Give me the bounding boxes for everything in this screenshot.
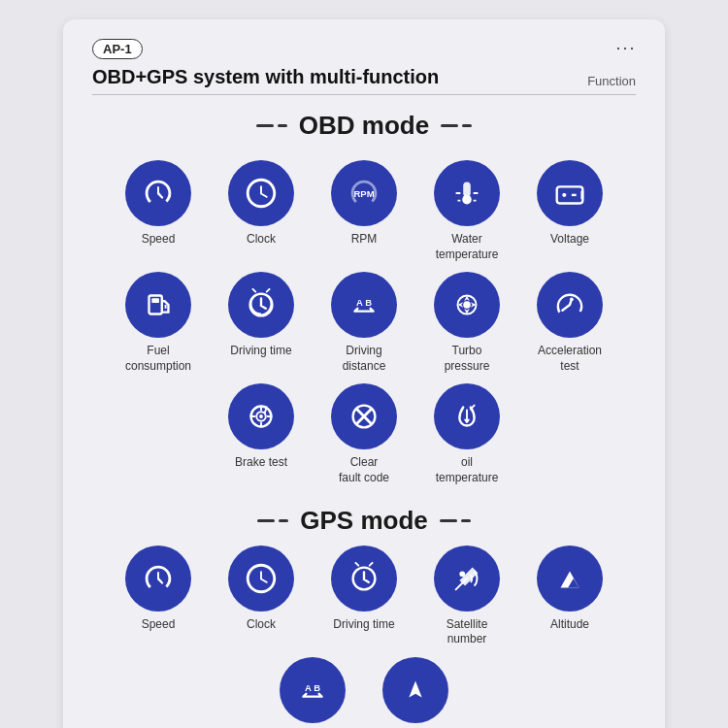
gps-altitude-item: Altitude <box>523 546 616 647</box>
obd-turbo-label: Turbopressure <box>445 344 490 374</box>
obd-clock-item: Clock <box>215 160 308 262</box>
svg-point-13 <box>570 298 574 302</box>
obd-drivedist-item: A B Drivingdistance <box>317 272 411 374</box>
obd-rpm-item: RPM RPM <box>317 160 411 262</box>
divider <box>92 94 636 95</box>
obd-oil-icon <box>434 383 500 449</box>
gps-clock-label: Clock <box>247 617 276 633</box>
obd-clock-icon <box>228 160 294 226</box>
menu-dots[interactable]: ⋮ <box>616 39 636 60</box>
svg-rect-4 <box>580 190 583 200</box>
gps-icon-grid: Speed Clock Driving time <box>92 546 636 728</box>
obd-accel-icon <box>537 272 603 338</box>
title-row: OBD+GPS system with multi-function Funct… <box>92 66 636 88</box>
gps-satellite-label: Satellitenumber <box>447 617 488 647</box>
obd-voltage-icon <box>537 160 603 226</box>
obd-drivedist-icon: A B <box>331 272 397 338</box>
svg-text:A B: A B <box>305 682 320 693</box>
obd-section-title: OBD mode <box>92 111 636 141</box>
obd-drivetime-label: Driving time <box>230 344 291 359</box>
obd-drivetime-icon <box>228 272 294 338</box>
gps-right-lines <box>440 519 471 522</box>
gps-altitude2-item: Altitude <box>369 657 462 728</box>
gps-drivetime-icon <box>331 546 397 612</box>
obd-water-item: Watertemperature <box>420 160 513 262</box>
right-lines <box>441 124 472 127</box>
svg-rect-3 <box>557 186 583 203</box>
gps-speed-icon <box>125 546 191 612</box>
obd-brake-icon <box>228 383 294 449</box>
obd-fuel-label: Fuelconsumption <box>125 344 191 374</box>
gps-clock-icon <box>228 546 294 612</box>
svg-text:A B: A B <box>356 297 372 308</box>
obd-brake-item: Brake test <box>215 383 308 485</box>
obd-turbo-icon <box>434 272 500 338</box>
svg-text:RPM: RPM <box>353 188 374 199</box>
header: AP-1 ⋮ <box>92 39 636 60</box>
obd-speed-item: Speed <box>112 160 205 262</box>
obd-water-label: Watertemperature <box>436 232 499 262</box>
gps-drivetime-label: Driving time <box>333 617 394 633</box>
obd-turbo-item: Turbopressure <box>420 272 513 374</box>
svg-rect-9 <box>151 299 159 304</box>
gps-speed-item: Speed <box>112 546 205 647</box>
obd-oil-item: oiltemperature <box>420 383 513 485</box>
gps-satellite-icon <box>434 546 500 612</box>
obd-voltage-label: Voltage <box>550 232 589 248</box>
svg-point-20 <box>459 571 465 577</box>
obd-water-icon <box>434 160 500 226</box>
obd-oil-label: oiltemperature <box>436 455 499 485</box>
obd-fuel-item: Fuelconsumption <box>112 272 205 374</box>
gps-satellite-item: Satellitenumber <box>420 546 513 647</box>
obd-accel-item: Accelerationtest <box>523 272 616 374</box>
gps-left-lines <box>257 519 288 522</box>
badge-ap1: AP-1 <box>92 39 143 59</box>
obd-drivedist-label: Drivingdistance <box>343 344 386 374</box>
left-lines <box>256 124 287 127</box>
gps-drivetime-item: Driving time <box>317 546 411 647</box>
obd-drivetime-item: Driving time <box>215 272 308 374</box>
gps-speed-label: Speed <box>142 617 176 633</box>
function-label: Function <box>587 74 636 88</box>
obd-rpm-label: RPM <box>351 232 378 248</box>
gps-drivedist-item: A B Drivingdistance <box>266 657 359 728</box>
obd-fault-item: Clearfault code <box>317 383 411 485</box>
svg-point-16 <box>259 414 263 418</box>
gps-title-text: GPS mode <box>300 506 427 536</box>
obd-brake-label: Brake test <box>235 455 287 471</box>
obd-fault-label: Clearfault code <box>339 455 389 485</box>
gps-drivedist-icon: A B <box>280 657 346 723</box>
gps-section-title: GPS mode <box>92 506 636 536</box>
main-title: OBD+GPS system with multi-function <box>92 66 439 88</box>
svg-point-12 <box>463 301 471 309</box>
svg-rect-1 <box>463 182 471 197</box>
obd-title-text: OBD mode <box>299 111 429 141</box>
svg-point-2 <box>462 195 472 205</box>
obd-fault-icon <box>331 383 397 449</box>
obd-clock-label: Clock <box>247 232 276 248</box>
obd-accel-label: Accelerationtest <box>538 344 602 374</box>
obd-rpm-icon: RPM <box>331 160 397 226</box>
main-card: AP-1 ⋮ OBD+GPS system with multi-functio… <box>63 19 665 728</box>
obd-speed-label: Speed <box>142 232 176 248</box>
obd-voltage-item: Voltage <box>523 160 616 262</box>
obd-icon-grid: Speed Clock RPM RPM <box>92 160 636 486</box>
gps-altitude2-icon <box>382 657 448 723</box>
obd-fuel-icon <box>125 272 191 338</box>
gps-altitude-label: Altitude <box>550 617 589 633</box>
gps-clock-item: Clock <box>215 546 308 647</box>
gps-altitude-icon <box>537 546 603 612</box>
obd-speed-icon <box>125 160 191 226</box>
